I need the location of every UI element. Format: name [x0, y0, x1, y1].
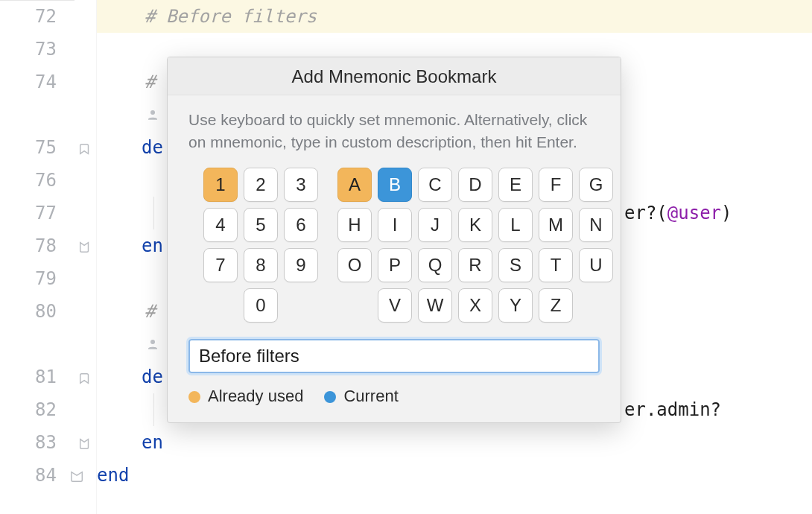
legend-used: Already used	[188, 387, 303, 406]
line-number-gutter: 72 73 74 75 76 77 78 79 80 81 82 83 84	[0, 0, 74, 514]
code-line[interactable]: # Before filters	[97, 0, 812, 33]
mnemonic-key-Q[interactable]: Q	[418, 248, 452, 282]
keyword: de	[142, 367, 163, 387]
line-number: 76	[0, 164, 74, 197]
mnemonic-key-I[interactable]: I	[378, 208, 412, 242]
mnemonic-key-C[interactable]: C	[418, 168, 452, 202]
mnemonic-key-U[interactable]: U	[579, 248, 613, 282]
keyword: de	[142, 137, 163, 158]
indent-guide	[153, 393, 154, 426]
mnemonic-key-P[interactable]: P	[378, 248, 412, 282]
mnemonic-key-F[interactable]: F	[539, 168, 573, 202]
keyword: en	[142, 235, 163, 256]
line-number: 84	[0, 459, 74, 492]
line-number: 79	[0, 262, 74, 295]
legend-current-label: Current	[343, 387, 398, 405]
mnemonic-key-0[interactable]: 0	[244, 288, 278, 323]
indent-guide	[153, 197, 154, 229]
instance-var: @user	[667, 203, 721, 223]
mnemonic-key-B[interactable]: B	[378, 168, 412, 202]
mnemonic-key-K[interactable]: K	[458, 208, 492, 242]
mnemonic-key-4[interactable]: 4	[203, 208, 238, 242]
line-number: 74	[0, 66, 74, 98]
line-number: 75	[0, 131, 74, 164]
mnemonic-bookmark-dialog: Add Mnemonic Bookmark Use keyboard to qu…	[167, 57, 621, 423]
editor-root: 72 73 74 75 76 77 78 79 80 81 82 83 84	[0, 0, 812, 514]
mnemonic-key-G[interactable]: G	[579, 168, 613, 202]
dialog-instructions: Use keyboard to quickly set mnemonic. Al…	[188, 109, 600, 154]
mnemonic-key-area: 1234567890 ABCDEFGHIJKLMNOPQRSTUVWXYZ	[203, 168, 600, 323]
mnemonic-key-T[interactable]: T	[539, 248, 573, 282]
mnemonic-key-Y[interactable]: Y	[498, 288, 533, 323]
mnemonic-key-V[interactable]: V	[378, 288, 412, 323]
mnemonic-key-2[interactable]: 2	[244, 168, 278, 202]
mnemonic-key-E[interactable]: E	[498, 168, 533, 202]
line-number: 80	[0, 295, 74, 328]
legend-used-label: Already used	[208, 387, 303, 405]
fold-close-icon[interactable]	[77, 437, 92, 451]
author-annotation-icon[interactable]	[146, 108, 159, 121]
mnemonic-key-8[interactable]: 8	[244, 248, 278, 282]
mnemonic-key-L[interactable]: L	[498, 208, 533, 242]
mnemonic-key-1[interactable]: 1	[203, 168, 238, 202]
svg-point-1	[150, 340, 155, 344]
mnemonic-key-M[interactable]: M	[539, 208, 573, 242]
line-number: 82	[0, 393, 74, 426]
code-text: er.admin?	[624, 399, 721, 420]
line-number: 73	[0, 33, 74, 66]
fold-open-icon[interactable]	[77, 142, 92, 156]
mnemonic-key-S[interactable]: S	[498, 248, 533, 282]
mnemonic-key-3[interactable]: 3	[284, 168, 318, 202]
line-number: 83	[0, 426, 74, 459]
mnemonic-key-O[interactable]: O	[337, 248, 372, 282]
mnemonic-key-9[interactable]: 9	[284, 248, 318, 282]
legend-current: Current	[324, 387, 398, 406]
comment-text: #	[145, 301, 166, 322]
letter-keys-grid: ABCDEFGHIJKLMNOPQRSTUVWXYZ	[337, 168, 613, 323]
mnemonic-key-W[interactable]: W	[418, 288, 452, 323]
mnemonic-key-5[interactable]: 5	[244, 208, 278, 242]
author-annotation-icon[interactable]	[146, 337, 159, 351]
mnemonic-key-X[interactable]: X	[458, 288, 492, 323]
digit-keys-grid: 1234567890	[203, 168, 318, 323]
fold-end-icon[interactable]	[70, 469, 85, 484]
legend: Already used Current	[188, 387, 600, 406]
fold-column	[74, 0, 97, 514]
mnemonic-key-R[interactable]: R	[458, 248, 492, 282]
dialog-body: Use keyboard to quickly set mnemonic. Al…	[168, 95, 621, 422]
mnemonic-key-6[interactable]: 6	[284, 208, 318, 242]
line-number: 81	[0, 361, 74, 393]
svg-point-0	[150, 110, 155, 115]
legend-dot-used-icon	[188, 391, 200, 403]
line-number: 72	[0, 0, 74, 33]
comment-text: #	[145, 72, 166, 92]
paren: (	[656, 203, 667, 223]
mnemonic-key-D[interactable]: D	[458, 168, 492, 202]
keyword: end	[97, 465, 129, 486]
mnemonic-key-7[interactable]: 7	[203, 248, 238, 282]
mnemonic-key-N[interactable]: N	[579, 208, 613, 242]
line-number: 77	[0, 197, 74, 229]
paren: )	[721, 203, 732, 223]
mnemonic-key-A[interactable]: A	[337, 168, 372, 202]
code-line[interactable]: end	[97, 459, 812, 492]
line-number: 78	[0, 229, 74, 262]
code-line[interactable]: en	[97, 426, 812, 459]
legend-dot-current-icon	[324, 391, 336, 403]
fold-open-icon[interactable]	[77, 371, 92, 386]
code-text: er?	[624, 203, 656, 223]
mnemonic-key-Z[interactable]: Z	[539, 288, 573, 323]
comment-text: # Before filters	[145, 6, 317, 27]
fold-close-icon[interactable]	[77, 240, 92, 255]
dialog-title: Add Mnemonic Bookmark	[168, 57, 621, 95]
description-input[interactable]	[188, 339, 600, 373]
mnemonic-key-H[interactable]: H	[337, 208, 372, 242]
mnemonic-key-J[interactable]: J	[418, 208, 452, 242]
keyword: en	[142, 432, 163, 453]
